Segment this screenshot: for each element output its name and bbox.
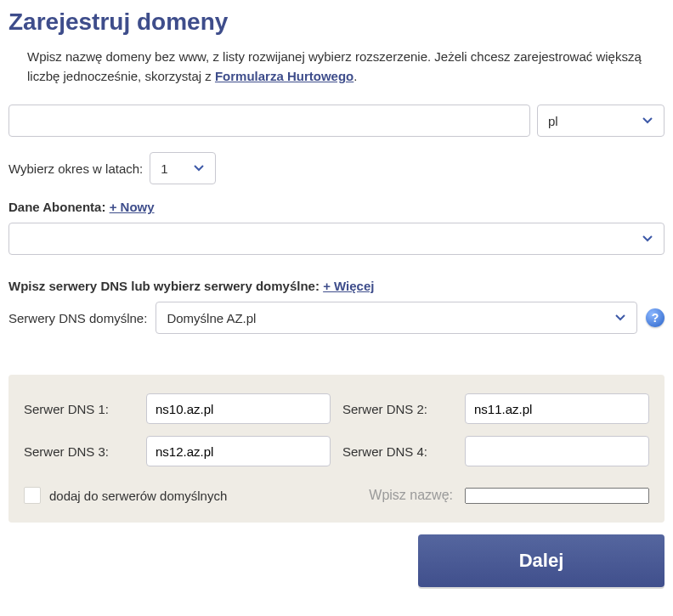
intro-after: .	[353, 69, 357, 83]
dns-default-select[interactable]: Domyślne AZ.pl	[156, 302, 637, 334]
subscriber-select[interactable]	[8, 223, 665, 255]
intro-text: Wpisz nazwę domeny bez www, z listy rozw…	[8, 48, 665, 86]
period-select[interactable]: 1	[150, 152, 216, 184]
dns-default-value: Domyślne AZ.pl	[167, 311, 256, 325]
chevron-down-icon	[642, 235, 653, 243]
add-default-label: dodaj do serwerów domyślnych	[49, 489, 227, 503]
default-name-label: Wpisz nazwę:	[342, 488, 453, 503]
bulk-form-link[interactable]: Formularza Hurtowego	[215, 69, 353, 83]
tld-value: pl	[548, 114, 558, 128]
page-title: Zarejestruj domeny	[8, 8, 665, 36]
chevron-down-icon	[614, 314, 626, 322]
dns3-label: Serwer DNS 3:	[24, 444, 134, 459]
next-button[interactable]: Dalej	[418, 534, 665, 587]
tld-select[interactable]: pl	[537, 105, 665, 137]
dns1-input[interactable]	[146, 393, 331, 424]
dns1-label: Serwer DNS 1:	[24, 402, 134, 416]
dns-default-label: Serwery DNS domyślne:	[8, 311, 147, 325]
subscriber-label: Dane Abonenta:	[8, 200, 105, 214]
add-default-checkbox[interactable]	[24, 487, 41, 504]
chevron-down-icon	[642, 116, 653, 125]
dns4-input[interactable]	[465, 436, 649, 466]
period-value: 1	[161, 161, 167, 176]
dns-header: Wpisz serwery DNS lub wybierz serwery do…	[8, 279, 665, 293]
add-subscriber-link[interactable]: + Nowy	[110, 200, 155, 214]
help-icon[interactable]: ?	[646, 308, 665, 327]
dns2-label: Serwer DNS 2:	[342, 402, 453, 416]
period-label: Wybierz okres w latach:	[8, 161, 143, 176]
dns3-input[interactable]	[146, 436, 331, 466]
chevron-down-icon	[193, 164, 205, 172]
dns-header-label: Wpisz serwery DNS lub wybierz serwery do…	[8, 279, 320, 293]
dns-panel: Serwer DNS 1: Serwer DNS 2: Serwer DNS 3…	[8, 375, 665, 523]
subscriber-header: Dane Abonenta: + Nowy	[8, 200, 665, 214]
default-name-input[interactable]	[465, 488, 649, 504]
dns4-label: Serwer DNS 4:	[342, 444, 453, 459]
domain-input[interactable]	[8, 105, 530, 137]
dns2-input[interactable]	[465, 393, 649, 424]
dns-more-link[interactable]: + Więcej	[323, 279, 374, 293]
